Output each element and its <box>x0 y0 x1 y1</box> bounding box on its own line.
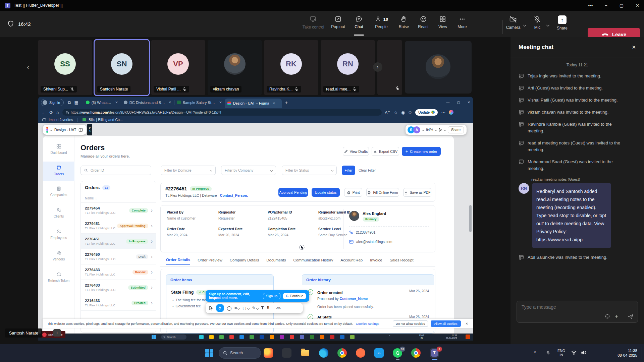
avatars-chevron-icon[interactable] <box>422 128 424 131</box>
sidebar-item-clients[interactable]: Clients <box>43 207 74 218</box>
filter-company-select[interactable]: Filter by Company <box>221 166 276 175</box>
signup-button[interactable]: Sign up <box>263 293 280 299</box>
comment-tool-icon[interactable]: ◯ <box>227 306 232 311</box>
tab-close-icon[interactable]: ✕ <box>273 102 275 105</box>
figma-share-button[interactable]: Share <box>448 126 464 133</box>
figma-menu-chevron-icon[interactable] <box>50 128 52 131</box>
firefox-icon[interactable] <box>264 348 273 358</box>
browser-maximize-icon[interactable]: ▢ <box>457 101 460 104</box>
participant-tile-speaking[interactable]: SN Santosh Narate <box>95 40 149 95</box>
maximize-icon[interactable]: ▢ <box>620 3 624 8</box>
export-csv-button[interactable]: Export CSV <box>372 147 399 156</box>
chat-close-icon[interactable]: ✕ <box>632 44 636 50</box>
share-button[interactable]: ↑ Share <box>552 11 573 37</box>
language-indicator[interactable]: ENGIN <box>557 349 565 357</box>
favorite-star-icon[interactable]: ☆ <box>394 110 398 115</box>
tab-sales-receipt[interactable]: Sales Receipt <box>390 258 414 265</box>
order-row-selected[interactable]: 2276451TL Flex Holdings LLC In Progress … <box>81 234 156 249</box>
browser-tab-salary-sheet[interactable]: Sample Salary Structure with calc ✕ <box>174 99 225 107</box>
participant-tile[interactable]: vikram chavan <box>208 40 262 95</box>
copilot-icon[interactable] <box>449 110 453 115</box>
more-button[interactable]: More <box>452 11 472 37</box>
send-icon[interactable] <box>628 314 634 319</box>
tray-expand-icon[interactable]: ^ <box>534 350 536 355</box>
back-icon[interactable]: ← <box>42 110 46 115</box>
participant-tile[interactable]: SS Shivani Sup... <box>38 40 92 95</box>
close-icon[interactable]: ✕ <box>636 3 639 8</box>
hand-tool-icon-active[interactable] <box>216 304 224 312</box>
people-button[interactable]: 10 People <box>369 11 394 37</box>
browser-update-button[interactable]: Update <box>415 109 438 116</box>
camera-options-chevron-icon[interactable] <box>523 23 527 26</box>
participant-tile[interactable]: RK Ravindra K... <box>264 40 318 95</box>
figma-file-name[interactable]: Design - UAT <box>54 128 76 132</box>
tab-close-icon[interactable]: ✕ <box>168 101 171 104</box>
order-row[interactable]: 2216433TL Flex Holdings LLC Created › <box>81 295 156 311</box>
chat-button[interactable]: Chat <box>349 11 369 37</box>
tab-order-preview[interactable]: Order Preview <box>198 258 222 265</box>
brave-icon[interactable] <box>356 348 365 358</box>
order-row[interactable]: 2276450TL Flex Holdings LLC Draft › <box>81 249 156 264</box>
tiles-scroll-left-icon[interactable]: ‹ <box>27 63 29 72</box>
new-tab-icon[interactable]: + <box>285 100 288 105</box>
filter-button[interactable]: Filter <box>342 166 355 175</box>
cookie-close-icon[interactable]: ✕ <box>466 322 468 325</box>
contact-phone[interactable]: 2123874901 <box>356 230 375 234</box>
order-row[interactable]: 2276433TL Flex Holdings LLC Review › <box>81 264 156 280</box>
filter-status-select[interactable]: Filter by Status <box>282 166 337 175</box>
text-tool-icon[interactable]: T <box>261 306 264 310</box>
filter-domicile-select[interactable]: Filter by Domicile <box>161 166 216 175</box>
collections-icon[interactable]: ✩ <box>408 110 412 115</box>
order-row[interactable]: 2276433TL Flex Holdings LLC Submitted › <box>81 280 156 295</box>
file-explorer-icon[interactable] <box>301 348 310 358</box>
pop-out-button[interactable]: Pop out <box>327 11 349 37</box>
presenter-pin-button[interactable]: + <box>53 329 61 337</box>
view-drafts-button[interactable]: View Drafts <box>343 147 369 156</box>
sidebar-item-companies[interactable]: Companies <box>43 186 74 197</box>
chat-input-box[interactable]: + <box>517 301 638 323</box>
vscode-icon[interactable]: ‹› <box>374 348 384 358</box>
contact-person-link[interactable]: Contact_Person. <box>220 193 248 197</box>
tiles-scroll-right-icon[interactable]: › <box>373 62 382 72</box>
refresh-icon[interactable]: ⟳ <box>49 110 53 115</box>
bookmark-bills[interactable]: Bills | Billing and Co... <box>89 118 122 122</box>
sidebar-item-refresh-token[interactable]: Refresh Token <box>43 272 74 283</box>
canvas-scrollbar[interactable] <box>469 205 472 232</box>
layout-icon[interactable] <box>78 128 83 132</box>
save-as-pdf-button[interactable]: Save as PDF <box>403 188 431 197</box>
browser-tab-figma-active[interactable]: Design - UAT – Figma ✕ <box>225 99 282 108</box>
mic-options-chevron-icon[interactable] <box>546 23 550 26</box>
tab-order-details[interactable]: Order Details <box>166 258 190 265</box>
emoji-icon[interactable] <box>605 314 610 319</box>
start-button[interactable] <box>205 349 213 357</box>
customer-name-link[interactable]: Customer_Name <box>340 297 368 301</box>
camera-button[interactable]: Camera <box>503 11 524 37</box>
zoom-chevron-icon[interactable] <box>435 128 437 131</box>
view-button[interactable]: View <box>433 11 452 37</box>
tab-close-icon[interactable]: ✕ <box>115 101 118 104</box>
workspaces-icon[interactable]: ⧉ <box>68 100 71 105</box>
collaborator-avatar[interactable]: A <box>413 126 420 133</box>
zoom-level[interactable]: 94% <box>426 128 433 132</box>
play-chevron-icon[interactable] <box>444 128 446 131</box>
update-status-button[interactable]: Update status <box>312 188 340 197</box>
fill-online-form-button[interactable]: Fill Online Form <box>366 188 399 197</box>
tray-mic-icon[interactable] <box>545 350 551 356</box>
pen-tool-icon[interactable]: ✎ <box>252 306 258 310</box>
frame-tool-icon[interactable]: ⌗ <box>235 306 240 310</box>
mic-button[interactable]: Mic <box>528 11 547 37</box>
browser-close-icon[interactable]: ✕ <box>468 101 470 104</box>
chrome-icon[interactable] <box>337 348 347 358</box>
chat-message-input[interactable] <box>522 304 602 310</box>
bookmark-import-favorites[interactable]: Import favorites <box>49 118 73 122</box>
minimize-icon[interactable]: − <box>605 3 607 8</box>
volume-icon[interactable] <box>581 350 586 355</box>
home-icon[interactable]: ⌂ <box>56 110 59 115</box>
window-menu-icon[interactable]: ••• <box>588 3 593 8</box>
print-button[interactable]: Print <box>344 188 362 197</box>
approval-pending-button[interactable]: Approval Pending <box>278 188 308 197</box>
raise-hand-button[interactable]: Raise <box>394 11 414 37</box>
browser-profile-button[interactable]: Sign in <box>41 99 64 106</box>
tab-communication-history[interactable]: Communication History <box>293 258 333 265</box>
sidebar-item-dashboard[interactable]: Dashboard <box>43 143 74 155</box>
